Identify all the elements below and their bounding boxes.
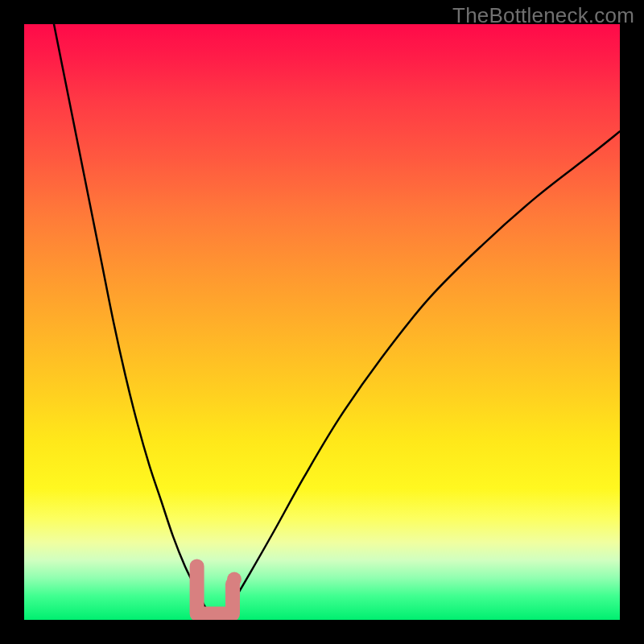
svg-point-0	[227, 572, 242, 587]
optimal-range-marker	[24, 24, 620, 620]
chart-container: TheBottleneck.com	[0, 0, 644, 644]
watermark-text: TheBottleneck.com	[452, 3, 634, 28]
plot-area	[24, 24, 620, 620]
